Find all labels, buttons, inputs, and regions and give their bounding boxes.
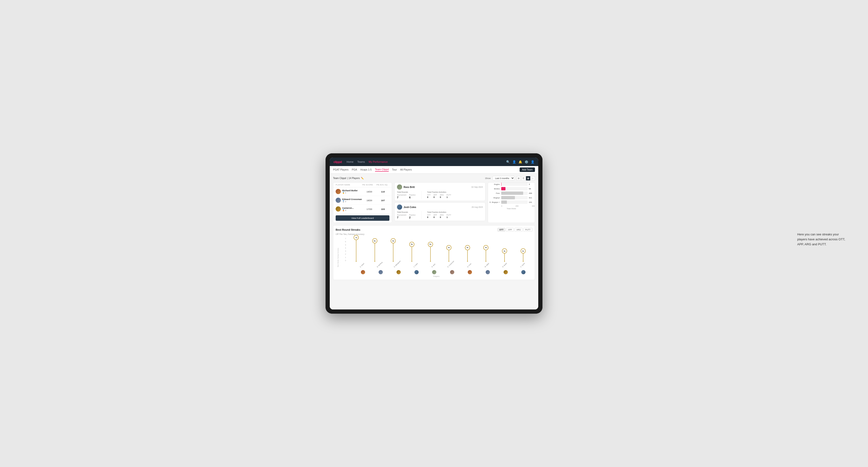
streak-avatar [397, 270, 401, 274]
player-card-date: 26 Aug 2023 [471, 206, 483, 208]
streak-dot [523, 261, 524, 262]
streak-bubble: 4x [483, 245, 489, 250]
player-info: Edward Crossman 🥈 2 [336, 198, 362, 203]
streaks-subtitle: Off The Tee, Fairway Accuracy [336, 233, 532, 236]
bar-track [501, 191, 528, 195]
top-nav: clippd Home Teams My Performance 🔍 👤 🔔 ⚙… [330, 158, 538, 166]
grid-view-icon[interactable]: ⊞ [517, 176, 521, 181]
putt-tab[interactable]: PUTT [523, 228, 532, 231]
table-view-icon[interactable]: ▦ [526, 176, 530, 181]
stats-row: Total Rounds Tournament 7 Practice 2 [397, 211, 483, 219]
streak-avatar-col: R. Britt [425, 266, 443, 274]
bar-row: Eagles 3 [488, 183, 535, 186]
player-card-header: Josh Coles 26 Aug 2023 [397, 205, 483, 210]
putt-val: 1 [446, 196, 451, 198]
total-rounds-label: Total Rounds [397, 211, 415, 213]
avatar-icon[interactable]: 👤 [531, 160, 534, 164]
streak-dot [448, 261, 450, 262]
chart-view-icon[interactable]: ↕ [531, 176, 535, 181]
avatar [397, 205, 402, 210]
y-axis-label: Best Streak, Fairway Accuracy [337, 248, 339, 267]
streak-line [375, 241, 375, 261]
streak-chart: 76543210 7x 6x 6x 5x 5x 4x 4x 4x 3x 3x [340, 238, 532, 266]
x-label-400: 400 [532, 205, 535, 207]
bar-row: D. Bogeys + 131 [488, 200, 535, 204]
view-leaderboard-button[interactable]: View Full Leaderboard [336, 215, 390, 221]
streaks-section: Best Round Streaks OTT APP ARG PUTT Off … [333, 225, 535, 280]
player-name: Richard Butler [342, 189, 358, 192]
putt-val: 1 [446, 216, 451, 218]
streak-avatar [503, 270, 508, 274]
arg-val: 0 [440, 216, 444, 218]
app-label: APP [434, 214, 437, 216]
medal-icon: 🥈 [342, 200, 345, 203]
streak-dot [504, 261, 505, 262]
streak-avatar [379, 270, 383, 274]
ott-tab[interactable]: OTT [497, 228, 505, 231]
player-count: | 14 Players [347, 177, 360, 180]
settings-icon[interactable]: ⚙️ [525, 160, 528, 164]
streak-bubble: 6x [372, 238, 377, 243]
leaderboard-panel: PLAYER NAME PB SCORE PB AVG SQ Richard B… [333, 182, 392, 223]
bar-value: 311 [529, 197, 535, 199]
bar-label: Eagles [488, 183, 500, 185]
pb-score: 17/20 [362, 208, 376, 210]
players-panel: Rees Britt 02 Sep 2023 Total Rounds Tour… [394, 182, 486, 223]
arg-tab[interactable]: ARG [515, 228, 522, 231]
lb-row[interactable]: Cameron... 🥉 3 17/20 103 [333, 205, 392, 214]
bar-track [501, 200, 528, 204]
add-team-button[interactable]: Add Team [520, 167, 535, 172]
callout-box: Here you can see streaks your players ha… [797, 232, 849, 247]
streak-bubble: 6x [391, 238, 396, 243]
pb-avg: 103 [376, 208, 390, 210]
subtitle-main: Off The Tee [336, 233, 347, 236]
bar-row: Bogeys 311 [488, 196, 535, 199]
bell-icon[interactable]: 🔔 [519, 160, 522, 164]
team-controls: Show Last 3 months ⊞ ☰ ▦ ↕ [485, 176, 535, 181]
streaks-title: Best Round Streaks [336, 228, 361, 231]
period-dropdown[interactable]: Last 3 months [493, 176, 515, 181]
lb-row[interactable]: Edward Crossman 🥈 2 18/20 107 [333, 196, 392, 205]
main-content: Team Clippd | 14 Players ✏️ Show Last 3 … [330, 174, 538, 309]
nav-icons: 🔍 👤 🔔 ⚙️ 👤 [506, 160, 534, 164]
tournament-stat: Tournament 7 [397, 214, 406, 219]
nav-teams[interactable]: Teams [357, 160, 365, 163]
streak-bubble: 4x [446, 245, 452, 250]
activities-sub-row: OTT 0 APP 0 ARG 0 [427, 214, 451, 218]
practice-label: Practice [409, 194, 415, 196]
sub-nav-tour[interactable]: Tour [392, 168, 397, 172]
search-icon[interactable]: 🔍 [506, 160, 510, 164]
ott-stat: OTT 0 [427, 194, 431, 198]
badge-number: 2 [345, 200, 346, 203]
putt-label: PUTT [446, 194, 451, 196]
stats-row: Total Rounds Tournament 7 Practice 6 [397, 191, 483, 199]
player-card-name-area: Rees Britt [397, 184, 415, 190]
practice-activities-label: Total Practice Activities [427, 191, 451, 193]
nav-my-performance[interactable]: My Performance [369, 160, 388, 163]
sub-nav-all-players[interactable]: All Players [400, 168, 412, 172]
streak-dot [411, 261, 412, 262]
edit-icon[interactable]: ✏️ [361, 177, 364, 180]
streak-dot [393, 261, 394, 262]
avatar [336, 189, 341, 194]
lb-row[interactable]: Richard Butler 🏅 1 19/20 110 [333, 187, 392, 196]
player-card-header: Rees Britt 02 Sep 2023 [397, 184, 483, 190]
nav-home[interactable]: Home [346, 160, 353, 163]
team-name: Team Clippd [333, 177, 346, 180]
chart-title: Total Shots [488, 208, 535, 210]
app-tab[interactable]: APP [506, 228, 514, 231]
bar-track [501, 196, 528, 199]
bar-row: Pars 499 [488, 191, 535, 195]
sub-nav-team-clippd[interactable]: Team Clippd [375, 168, 389, 172]
person-icon[interactable]: 👤 [512, 160, 516, 164]
list-view-icon[interactable]: ☰ [521, 176, 526, 181]
sub-nav-pga[interactable]: PGA [352, 168, 357, 172]
streak-chart-inner: 76543210 7x 6x 6x 5x 5x 4x 4x 4x 3x 3x [340, 238, 532, 277]
tablet-frame: clippd Home Teams My Performance 🔍 👤 🔔 ⚙… [326, 153, 542, 314]
sub-nav-pgat[interactable]: PGAT Players [333, 168, 349, 172]
streak-tabs: OTT APP ARG PUTT [497, 228, 532, 231]
practice-stat: Practice 2 [409, 214, 415, 219]
sub-nav-hcaps[interactable]: Hcaps 1-5 [361, 168, 372, 172]
pb-score: 18/20 [362, 199, 376, 201]
x-label-200: 200 [516, 205, 519, 207]
